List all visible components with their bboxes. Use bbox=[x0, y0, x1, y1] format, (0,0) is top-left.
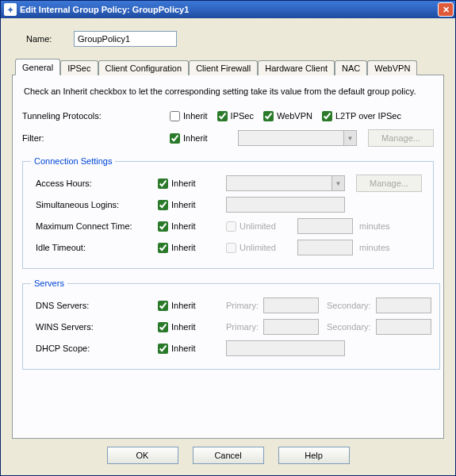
max-connect-unlimited-checkbox: Unlimited bbox=[226, 221, 297, 232]
tab-panel-general: Check an Inherit checkbox to let the cor… bbox=[12, 75, 444, 439]
tunneling-inherit-checkbox[interactable]: Inherit bbox=[170, 111, 208, 121]
tab-general[interactable]: General bbox=[15, 59, 60, 75]
row-tunneling-protocols: Tunneling Protocols: Inherit IPSec WebVP… bbox=[22, 107, 434, 125]
titlebar: ✦ Edit Internal Group Policy: GroupPolic… bbox=[1, 1, 455, 18]
access-hours-inherit-checkbox[interactable]: Inherit bbox=[158, 178, 196, 189]
wins-inherit-checkbox[interactable]: Inherit bbox=[158, 322, 196, 332]
connection-settings-legend: Connection Settings bbox=[31, 156, 115, 166]
chevron-down-icon: ▼ bbox=[343, 131, 356, 145]
dhcp-inherit-checkbox[interactable]: Inherit bbox=[158, 344, 196, 354]
name-input[interactable] bbox=[74, 31, 177, 47]
simultaneous-logins-label: Simultaneous Logins: bbox=[31, 200, 158, 209]
idle-timeout-inherit-checkbox[interactable]: Inherit bbox=[158, 243, 196, 253]
simul-logins-inherit-checkbox[interactable]: Inherit bbox=[158, 200, 196, 210]
dns-inherit-checkbox[interactable]: Inherit bbox=[158, 301, 196, 311]
idle-timeout-unlimited-checkbox: Unlimited bbox=[226, 243, 297, 253]
access-hours-label: Access Hours: bbox=[31, 178, 158, 188]
tabstrip: General IPSec Client Configuration Clien… bbox=[15, 59, 444, 75]
max-connect-input bbox=[297, 218, 353, 234]
row-max-connect-time: Maximum Connect Time: Inherit Unlimited … bbox=[31, 217, 425, 235]
tab-client-configuration[interactable]: Client Configuration bbox=[98, 60, 190, 75]
wins-primary-label: Primary: bbox=[226, 322, 259, 332]
tab-hardware-client[interactable]: Hardware Client bbox=[258, 60, 335, 75]
access-hours-select: ▼ bbox=[226, 175, 345, 191]
tab-nac[interactable]: NAC bbox=[335, 60, 367, 75]
simul-logins-input bbox=[226, 197, 345, 213]
row-dns-servers: DNS Servers: Inherit Primary: Secondary: bbox=[31, 297, 431, 314]
fieldset-connection-settings: Connection Settings Access Hours: Inheri… bbox=[22, 156, 434, 269]
window-title: Edit Internal Group Policy: GroupPolicy1 bbox=[20, 5, 438, 14]
wins-secondary-input bbox=[376, 319, 431, 335]
tunneling-ipsec-checkbox[interactable]: IPSec bbox=[217, 111, 254, 121]
servers-legend: Servers bbox=[31, 278, 67, 288]
dns-secondary-label: Secondary: bbox=[327, 301, 371, 310]
cancel-button[interactable]: Cancel bbox=[193, 447, 264, 464]
tunneling-l2tp-checkbox[interactable]: L2TP over IPSec bbox=[322, 111, 401, 121]
max-connect-label: Maximum Connect Time: bbox=[31, 221, 158, 231]
fieldset-servers: Servers DNS Servers: Inherit Primary: Se… bbox=[22, 278, 440, 370]
idle-timeout-input bbox=[297, 240, 353, 255]
close-icon: ✕ bbox=[443, 5, 450, 15]
filter-select: ▼ bbox=[238, 130, 357, 146]
dns-secondary-input bbox=[376, 298, 431, 313]
max-connect-unit: minutes bbox=[359, 221, 390, 231]
wins-secondary-label: Secondary: bbox=[327, 322, 371, 332]
tab-webvpn[interactable]: WebVPN bbox=[367, 60, 417, 75]
wins-primary-input bbox=[263, 319, 319, 335]
idle-timeout-label: Idle Timeout: bbox=[31, 243, 158, 252]
info-text: Check an Inherit checkbox to let the cor… bbox=[24, 86, 432, 96]
row-dhcp-scope: DHCP Scope: Inherit bbox=[31, 340, 431, 357]
filter-inherit-checkbox[interactable]: Inherit bbox=[170, 133, 208, 144]
filter-label: Filter: bbox=[22, 133, 170, 143]
row-access-hours: Access Hours: Inherit ▼ Manage... bbox=[31, 175, 425, 192]
idle-timeout-unit: minutes bbox=[359, 243, 390, 252]
row-wins-servers: WINS Servers: Inherit Primary: Secondary… bbox=[31, 318, 431, 336]
name-row: Name: bbox=[26, 31, 444, 47]
close-button[interactable]: ✕ bbox=[438, 2, 454, 17]
content-area: Name: General IPSec Client Configuration… bbox=[1, 18, 455, 475]
row-idle-timeout: Idle Timeout: Inherit Unlimited minutes bbox=[31, 239, 425, 256]
dns-primary-input bbox=[263, 298, 319, 313]
footer-buttons: OK Cancel Help bbox=[12, 439, 444, 469]
row-filter: Filter: Inherit ▼ Manage... bbox=[22, 129, 434, 147]
dhcp-scope-input bbox=[226, 340, 345, 356]
row-simultaneous-logins: Simultaneous Logins: Inherit bbox=[31, 196, 425, 213]
tab-client-firewall[interactable]: Client Firewall bbox=[189, 60, 258, 75]
tunneling-label: Tunneling Protocols: bbox=[22, 111, 170, 121]
access-hours-manage-button: Manage... bbox=[356, 175, 422, 192]
dns-primary-label: Primary: bbox=[226, 301, 259, 310]
filter-manage-button: Manage... bbox=[368, 129, 434, 147]
wins-servers-label: WINS Servers: bbox=[31, 322, 158, 332]
help-button[interactable]: Help bbox=[278, 447, 350, 464]
tab-ipsec[interactable]: IPSec bbox=[60, 60, 98, 75]
max-connect-inherit-checkbox[interactable]: Inherit bbox=[158, 221, 196, 232]
dns-servers-label: DNS Servers: bbox=[31, 301, 158, 310]
tunneling-webvpn-checkbox[interactable]: WebVPN bbox=[263, 111, 312, 121]
chevron-down-icon: ▼ bbox=[331, 176, 344, 190]
name-label: Name: bbox=[26, 34, 74, 44]
ok-button[interactable]: OK bbox=[107, 447, 178, 464]
dhcp-scope-label: DHCP Scope: bbox=[31, 344, 158, 353]
dialog-window: ✦ Edit Internal Group Policy: GroupPolic… bbox=[0, 0, 456, 476]
app-icon: ✦ bbox=[4, 3, 17, 16]
